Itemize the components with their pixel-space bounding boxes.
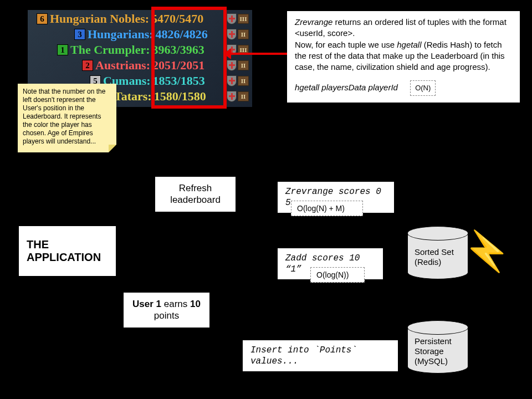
zrevrange-complexity: O(log(N) + M) <box>297 204 345 213</box>
player-name: The Crumpler <box>70 43 146 57</box>
separator: : <box>146 43 150 57</box>
user-earns-points-box: User 1 earns 10 points <box>124 293 209 328</box>
refresh-leaderboard-box: Refresh leaderboard <box>155 177 236 212</box>
player-icons: II <box>227 60 249 71</box>
hgetall-word: hgetall <box>397 40 421 49</box>
separator: : <box>146 74 150 88</box>
lightning-icon: ⚡ <box>463 232 511 270</box>
sql-insert-box: Insert into `Points` values... <box>243 340 398 371</box>
redis-cylinder: Sorted Set (Redis) <box>407 226 468 279</box>
player-score: 1580/1580 <box>154 89 206 104</box>
separator: : <box>147 89 151 104</box>
zadd-complexity-box: O(log(N)) <box>310 267 365 283</box>
age-progress-icon: II <box>238 76 249 86</box>
arrow-red-icon <box>226 53 287 55</box>
age-progress-icon: II <box>238 91 249 101</box>
zrevrange-complexity-box: O(log(N) + M) <box>291 201 363 216</box>
explanation-box: Zrevrange returns an ordered list of tup… <box>287 11 520 103</box>
age-progress-icon: II <box>238 29 249 39</box>
civilization-shield-icon <box>227 13 237 24</box>
redis-label: Sorted Set (Redis) <box>415 247 468 267</box>
player-score: 1853/1853 <box>153 74 205 88</box>
leaderboard-row: 2Austrians:2051/2051II <box>31 58 249 73</box>
sticky-fold-icon <box>109 145 116 152</box>
civilization-shield-icon <box>227 29 237 40</box>
zrevrange-word: Zrevrange <box>295 17 332 27</box>
age-progress-icon: II <box>238 60 249 70</box>
leaderboard-row: 6Hungarian Nobles:5470/5470III <box>31 11 249 27</box>
mysql-cylinder: Persistent Storage (MySQL) <box>407 320 468 374</box>
player-score: 5470/5470 <box>151 12 203 26</box>
separator: : <box>146 58 150 73</box>
player-name: Tatars <box>114 89 147 104</box>
player-color-badge: 2 <box>82 60 93 71</box>
hgetall-complexity: O(N) <box>410 80 436 96</box>
player-name: Hungarian Nobles <box>50 12 145 26</box>
zadd-complexity: O(log(N)) <box>316 270 349 279</box>
age-progress-icon: III <box>238 14 249 24</box>
player-color-badge: 6 <box>37 13 48 24</box>
leaderboard-row: 1The Crumpler:3963/3963III <box>31 42 249 58</box>
sticky-note-text: Note that the number on the left doesn't… <box>23 88 105 145</box>
explain-line2a: Now, for each tuple we use <box>295 40 397 49</box>
player-icons: II <box>227 75 249 86</box>
sql-insert-command: Insert into `Points` values... <box>250 345 357 366</box>
leaderboard-row: 3Hungarians:4826/4826II <box>31 27 249 42</box>
player-color-badge: 3 <box>74 29 85 40</box>
application-label: THE APPLICATION <box>27 238 108 264</box>
civilization-shield-icon <box>227 91 237 102</box>
civilization-shield-icon <box>227 60 237 71</box>
mysql-label: Persistent Storage (MySQL) <box>415 336 468 366</box>
explanation-text: Zrevrange returns an ordered list of tup… <box>295 17 512 73</box>
player-color-badge: 1 <box>57 44 68 55</box>
refresh-label: Refresh leaderboard <box>170 183 221 205</box>
separator: : <box>149 27 153 42</box>
player-icons: III <box>227 13 249 24</box>
player-icons: II <box>227 91 249 102</box>
hgetall-command: hgetall playersData playerId <box>295 83 398 92</box>
player-score: 2051/2051 <box>152 58 204 73</box>
player-score: 4826/4826 <box>156 27 208 42</box>
sticky-note: Note that the number on the left doesn't… <box>18 84 116 152</box>
earn-label: User 1 earns 10 points <box>132 299 201 321</box>
player-score: 3963/3963 <box>152 43 204 57</box>
separator: : <box>145 12 149 26</box>
civilization-shield-icon <box>227 75 237 86</box>
player-name: Austrians <box>95 58 146 73</box>
application-box: THE APPLICATION <box>19 226 116 276</box>
player-name: Hungarians <box>88 27 149 42</box>
player-icons: II <box>227 29 249 40</box>
